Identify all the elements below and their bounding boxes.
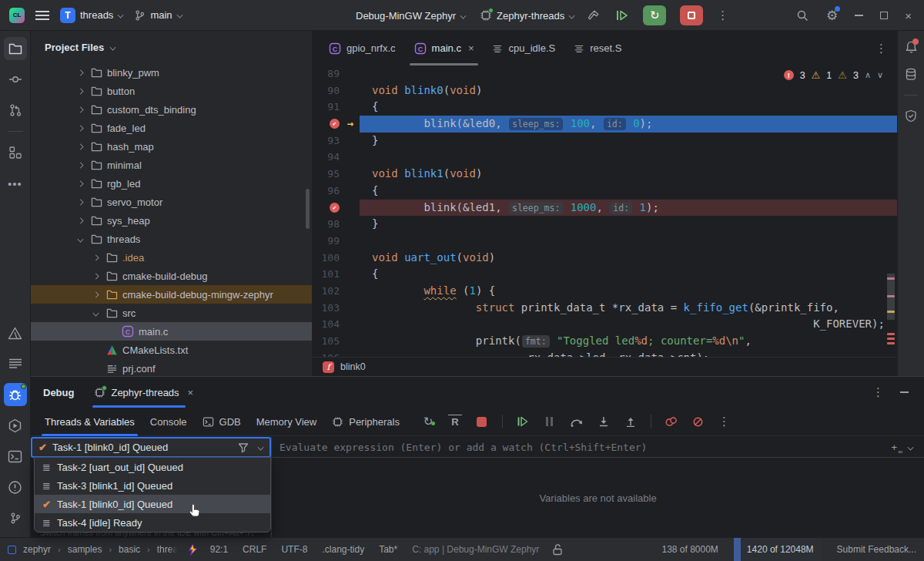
main-menu-icon[interactable] [35,11,49,20]
rerun-icon[interactable]: ↻ [421,415,435,428]
debug-toolbar-more-icon[interactable]: ⋮ [718,415,726,428]
close-icon[interactable]: × [468,42,474,54]
code-line-98[interactable]: 98} [312,216,897,233]
window-maximize-button[interactable] [880,12,888,19]
window-close-button[interactable]: × [905,9,912,22]
services-tool-button[interactable] [4,414,27,437]
debug-target-selector[interactable]: Zephyr-threads [480,9,574,22]
tree-item-fade-led[interactable]: fade_led [31,119,312,137]
build-hammer-icon[interactable] [588,9,601,22]
project-view-selector[interactable]: Project Files [31,31,312,63]
chevron-right-icon[interactable] [89,292,102,297]
database-tool-button[interactable] [905,68,917,81]
chevron-right-icon[interactable] [74,107,86,113]
tree-item-button[interactable]: button [31,82,312,100]
code-line-100[interactable]: 100void uart_out(void) [312,250,897,267]
evaluate-expression-input[interactable] [272,442,891,453]
structure-tool-button[interactable] [4,141,27,164]
run-configuration-selector[interactable]: Debug-MinGW Zephyr [356,10,466,22]
debug-tab-console[interactable]: Console [142,408,195,436]
terminal-tool-button[interactable] [4,445,27,468]
code-line-91[interactable]: 91{ [312,99,897,116]
thread-option-task-3-blink1-id-queued[interactable]: ≣Task-3 [blink1_id] Queued [35,476,270,495]
resume-icon[interactable] [516,415,530,428]
debug-session-tab[interactable]: Zephyr-threads × [94,377,193,408]
chevron-right-icon[interactable] [74,89,86,94]
breadcrumb-segment-zephyr[interactable]: zephyr [23,544,51,555]
thread-option-task-1-blink0-id-queued[interactable]: ✔Task-1 [blink0_id] Queued [35,495,270,513]
unlocked-padlock-icon[interactable] [552,544,563,556]
chevron-right-icon[interactable] [74,181,86,186]
editor-scrollbar[interactable] [886,66,896,357]
code-area[interactable]: 8990void blink0(void)91{✔→ blink(&led0, … [312,66,897,357]
problems-tool-button[interactable] [4,475,27,499]
tree-item-minimal[interactable]: minimal [31,156,312,174]
chevron-right-icon[interactable] [74,163,86,168]
todo-tool-button[interactable] [4,352,27,375]
thread-selector-combo[interactable]: ✔ Task-1 [blink0_id] Queued [31,437,271,458]
tree-item-servo-motor[interactable]: servo_motor [31,193,312,211]
add-watch-icon[interactable]: +∞ [891,442,897,453]
code-line-95[interactable]: 95void blink1(void) [312,166,897,183]
code-line-93[interactable]: 93} [312,133,897,149]
code-line-90[interactable]: 90void blink0(void) [312,82,897,99]
editor-tabs-more-icon[interactable]: ⋮ [875,42,883,55]
tree-item-threads[interactable]: threads [31,230,312,248]
chevron-right-icon[interactable] [74,218,86,223]
ide-memory-indicator[interactable]: 1420 of 12048M [734,538,822,561]
cmake-tool-button[interactable] [4,321,27,344]
settings-gear-icon[interactable]: ⚙ [826,8,838,24]
debug-tab-memory-view[interactable]: Memory View [249,408,325,436]
resolve-context[interactable]: C: app | Debug-MinGW Zephyr [412,544,539,555]
debug-tab-gdb[interactable]: GDB [195,408,249,436]
pause-icon[interactable] [543,415,557,428]
more-tool-windows-button[interactable]: ••• [4,172,27,195]
thread-option-task-4-idle-ready[interactable]: ≣Task-4 [idle] Ready [35,513,270,532]
code-line-89[interactable]: 89 [312,66,897,82]
step-over-icon[interactable] [570,415,584,428]
breakpoint-icon[interactable]: ✔ [312,200,341,217]
editor-tab-main-c[interactable]: Cmain.c× [405,31,484,66]
search-icon[interactable] [796,9,809,22]
chevron-right-icon[interactable] [89,274,102,279]
code-line-106[interactable]: 106 rx_data->led, rx_data->cnt); [312,350,897,357]
tree-item--idea[interactable]: .idea [31,248,312,267]
code-line-105[interactable]: 105 printk(fmt: "Toggled led%d; counter=… [312,333,897,350]
chevron-right-icon[interactable] [74,200,86,205]
code-line-99[interactable]: 99 [312,233,897,250]
watch-options-chevron-icon[interactable] [908,445,913,450]
reset-icon[interactable]: R [448,415,462,428]
dependency-checker-button[interactable] [905,109,917,123]
code-line-102[interactable]: 102 while (1) { [312,283,897,300]
code-line-92[interactable]: ✔→ blink(&led0, sleep_ms: 100, id: 0); [312,116,897,133]
stop-button[interactable] [680,5,703,25]
tree-item-prj-conf[interactable]: prj.conf [31,359,312,376]
chevron-right-icon[interactable] [74,70,86,76]
tree-item-main-c[interactable]: Cmain.c [31,322,312,341]
debug-panel-options-icon[interactable]: ⋮ [872,385,880,399]
clang-tidy-status[interactable]: .clang-tidy [322,544,364,555]
code-line-104[interactable]: 104 K_FOREVER); [312,316,897,333]
debug-tool-button[interactable] [4,383,27,406]
step-into-icon[interactable] [597,415,611,428]
mute-breakpoints-icon[interactable] [691,415,705,428]
more-actions-icon[interactable]: ⋮ [717,8,725,22]
chevron-right-icon[interactable] [74,144,86,149]
breadcrumb-segment-threads[interactable]: threads [157,544,177,555]
combo-chevron-icon[interactable] [258,445,263,450]
tree-item-cmake-build-debug[interactable]: cmake-build-debug [31,267,312,285]
caret-position[interactable]: 92:1 [210,544,228,555]
breakpoint-icon[interactable]: ✔ [312,116,341,133]
git-tool-button[interactable] [4,506,27,529]
filter-funnel-icon[interactable] [238,442,249,453]
project-selector[interactable]: T threads [60,8,123,23]
chevron-right-icon[interactable] [74,126,86,131]
editor-tab-cpu-idle-s[interactable]: cpu_idle.S [483,31,564,66]
breadcrumb-segment-samples[interactable]: samples [68,544,102,555]
view-breakpoints-icon[interactable] [665,415,678,428]
step-resume-icon[interactable] [615,9,629,22]
pull-requests-tool-button[interactable] [4,99,27,122]
tree-item-cmake-build-debug-mingw-zephyr[interactable]: cmake-build-debug-mingw-zephyr [31,285,312,304]
close-icon[interactable]: × [188,387,194,398]
code-line-97[interactable]: ✔ blink(&led1, sleep_ms: 1000, id: 1); [312,200,897,217]
